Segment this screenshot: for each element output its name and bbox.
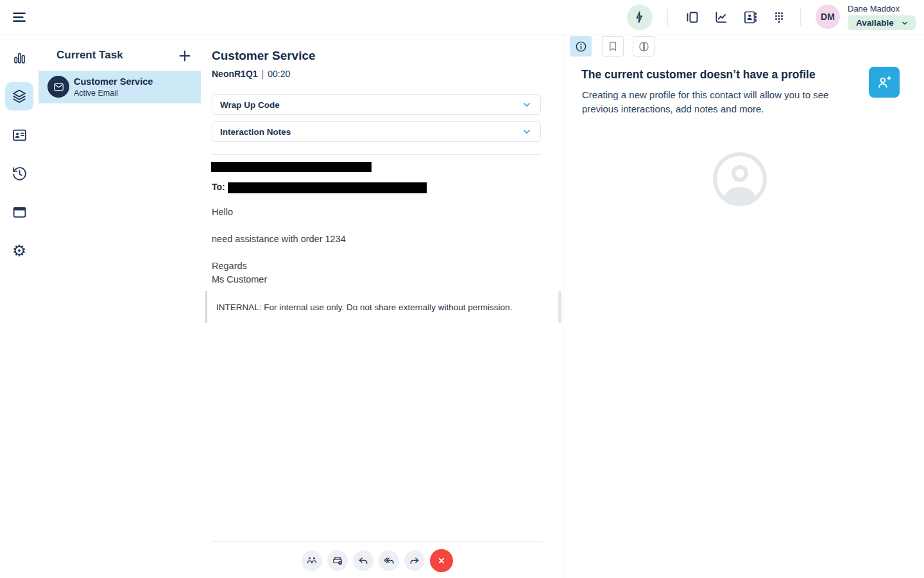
app-window: DM Dane Maddox Available xyxy=(0,0,924,578)
subtitle-separator: | xyxy=(258,69,268,79)
tab-profile-info[interactable] xyxy=(570,36,592,57)
interaction-subtitle: NeonR1Q1|00:20 xyxy=(212,69,290,79)
chevron-down-icon xyxy=(521,99,533,110)
email-signoff: Regards xyxy=(212,261,247,271)
interaction-notes-accordion[interactable]: Interaction Notes xyxy=(212,121,541,142)
close-x-icon xyxy=(435,554,448,567)
wrap-up-code-label: Wrap Up Code xyxy=(220,100,280,110)
reply-icon xyxy=(357,554,370,567)
nav-rail: ⚙ xyxy=(0,35,39,578)
disconnect-button[interactable] xyxy=(430,549,453,572)
tab-bookmarks[interactable] xyxy=(602,36,624,57)
lightning-icon xyxy=(633,10,647,24)
reply-all-icon xyxy=(382,554,395,567)
gear-icon: ⚙ xyxy=(12,243,26,259)
nav-contacts[interactable] xyxy=(5,121,33,149)
to-label: To: xyxy=(212,182,225,192)
dialpad-button[interactable] xyxy=(770,8,788,26)
nav-settings[interactable]: ⚙ xyxy=(5,236,33,265)
dialpad-icon xyxy=(771,10,787,25)
chevron-down-icon xyxy=(900,19,909,28)
redacted-sender xyxy=(211,162,372,172)
no-profile-description: Creating a new profile for this contact … xyxy=(582,88,851,116)
panels-button[interactable] xyxy=(683,8,701,26)
profile-placeholder-icon xyxy=(713,152,767,206)
user-avatar[interactable]: DM xyxy=(816,4,840,29)
email-body: need assistance with order 1234 xyxy=(212,234,346,244)
current-task-panel: Current Task Customer Service Active Ema… xyxy=(38,35,201,578)
user-name: Dane Maddox xyxy=(848,4,900,13)
queue-name: NeonR1Q1 xyxy=(212,69,258,79)
nav-history[interactable] xyxy=(5,159,33,188)
task-panel-title: Current Task xyxy=(56,49,123,62)
topbar-divider xyxy=(667,9,668,26)
bookmark-icon xyxy=(606,40,619,53)
redacted-recipient xyxy=(228,182,427,193)
interaction-notes-label: Interaction Notes xyxy=(220,127,291,137)
scrollbar-thumb[interactable] xyxy=(558,291,561,323)
history-icon xyxy=(12,166,28,182)
directory-icon xyxy=(742,10,758,25)
park-email-button[interactable] xyxy=(327,550,348,571)
reply-all-button[interactable] xyxy=(379,550,399,571)
hamburger-menu-button[interactable] xyxy=(10,8,28,26)
panels-icon xyxy=(685,10,700,25)
add-task-button[interactable] xyxy=(175,46,194,66)
no-profile-heading: The current customer doesn’t have a prof… xyxy=(581,68,816,82)
top-bar: DM Dane Maddox Available xyxy=(0,0,924,35)
email-header-divider xyxy=(212,154,542,155)
forward-icon xyxy=(408,554,421,567)
nav-apps[interactable] xyxy=(5,198,33,226)
brain-icon xyxy=(637,40,651,53)
interaction-panel: Customer Service NeonR1Q1|00:20 Wrap Up … xyxy=(201,35,563,578)
interaction-timer: 00:20 xyxy=(268,69,290,79)
directory-button[interactable] xyxy=(741,8,759,26)
bar-chart-icon xyxy=(12,50,28,66)
contact-card-icon xyxy=(12,127,28,143)
user-initials: DM xyxy=(821,12,835,22)
line-chart-icon xyxy=(714,10,729,25)
internal-note-text: INTERNAL: For internal use only. Do not … xyxy=(207,302,512,312)
interaction-title: Customer Service xyxy=(212,49,316,63)
task-item-subtitle: Active Email xyxy=(74,89,118,98)
chevron-down-icon xyxy=(521,126,533,137)
email-avatar xyxy=(47,76,69,98)
nav-interactions[interactable] xyxy=(5,82,33,110)
forward-button[interactable] xyxy=(404,550,425,571)
status-dropdown[interactable]: Available xyxy=(848,15,916,30)
hamburger-icon xyxy=(11,9,28,26)
transfer-button[interactable] xyxy=(302,550,322,571)
email-greeting: Hello xyxy=(212,207,233,217)
interactions-button[interactable] xyxy=(627,4,653,30)
info-icon xyxy=(574,40,588,53)
plus-icon xyxy=(177,48,193,64)
nav-activity[interactable] xyxy=(5,44,33,72)
wrap-up-code-accordion[interactable]: Wrap Up Code xyxy=(212,94,541,115)
browser-window-icon xyxy=(12,204,28,220)
profile-panel: The current customer doesn’t have a prof… xyxy=(563,35,924,578)
placeholder-shoulders xyxy=(724,187,756,206)
layers-icon xyxy=(11,88,28,105)
task-item-title: Customer Service xyxy=(74,76,153,87)
toolbar-divider xyxy=(212,541,542,542)
email-sender-name: Ms Customer xyxy=(212,274,267,285)
task-list-item[interactable]: Customer Service Active Email xyxy=(38,71,201,103)
placeholder-head xyxy=(732,165,748,182)
add-contact-icon xyxy=(876,74,893,91)
create-profile-button[interactable] xyxy=(869,67,900,98)
two-people-icon xyxy=(305,554,318,567)
park-tray-icon xyxy=(331,554,344,567)
status-label: Available xyxy=(856,18,894,28)
topbar-divider xyxy=(800,9,801,26)
internal-note-block: INTERNAL: For internal use only. Do not … xyxy=(205,291,554,323)
envelope-icon xyxy=(53,81,65,93)
performance-button[interactable] xyxy=(712,8,730,26)
tab-ai-insights[interactable] xyxy=(633,36,654,57)
reply-button[interactable] xyxy=(353,550,373,571)
